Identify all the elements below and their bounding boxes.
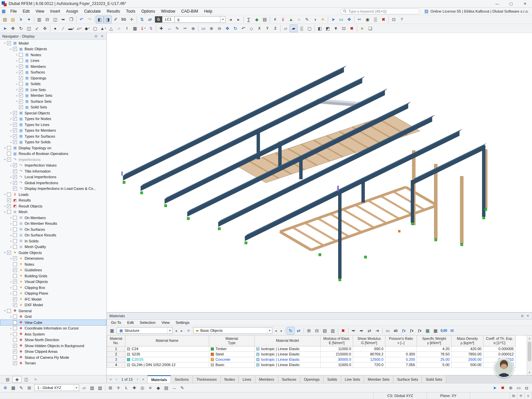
chevron-right-icon[interactable]: › — [9, 280, 13, 284]
open-model-button[interactable]: ▨ — [9, 16, 17, 23]
materials-menu-edit[interactable]: Edit — [124, 320, 137, 325]
tree-item-special-objects[interactable]: ›✓▦Special Objects — [0, 110, 106, 116]
menu-edit[interactable]: Edit — [20, 8, 33, 14]
divide-button[interactable]: ⊗ — [189, 25, 197, 32]
scale-object-button[interactable]: ✜ — [41, 25, 49, 32]
checkbox-member-sets[interactable]: ✓ — [19, 93, 23, 97]
cell-shear-g[interactable]: 690.0 — [353, 346, 385, 351]
formula-fx-button[interactable]: ƒx — [400, 327, 408, 334]
cell-modulus-e[interactable]: 210000.0 — [321, 351, 353, 357]
snap-status-icon[interactable]: ⊞ — [510, 392, 517, 399]
tree-item-types-for-nodes[interactable]: ›✓▦Types for Nodes — [0, 116, 106, 122]
tree-item-types-for-surfaces[interactable]: ›✓▦Types for Surfaces — [0, 133, 106, 139]
deselect-all-button[interactable]: ✖ — [499, 384, 507, 392]
chevron-down-icon[interactable]: ▾ — [80, 27, 82, 30]
printout-report-button[interactable]: ▥ — [35, 16, 43, 23]
table-view-button[interactable]: ▥ — [329, 327, 337, 334]
sync-model-selection-button[interactable]: ↻ — [287, 327, 295, 334]
cell-modulus-e[interactable]: 11000.0 — [321, 346, 353, 351]
chevron-right-icon[interactable]: › — [9, 181, 13, 185]
light-button[interactable]: ☀ — [319, 16, 327, 23]
insert-load-button[interactable]: ⇓▾ — [139, 25, 147, 32]
visibility-by-object-button[interactable]: ◩ — [324, 25, 332, 32]
tree-item-notes[interactable]: ›✦Notes — [0, 261, 106, 267]
formula-edit-button[interactable]: ƒx — [408, 327, 416, 334]
tab-materials[interactable]: Materials — [148, 375, 171, 383]
cell-material-model[interactable]: Isotropic | Linear Elastic — [255, 362, 321, 367]
project-object-button[interactable]: ➶ — [33, 25, 41, 32]
menu-calculate[interactable]: Calculate — [81, 8, 104, 14]
chevron-down-icon[interactable]: ▼ — [74, 385, 79, 391]
tree-item-on-surfaces[interactable]: ›⊞On Surfaces — [0, 226, 106, 232]
import-table-button[interactable]: ➥ — [349, 327, 357, 334]
checkbox-mesh[interactable] — [7, 210, 11, 214]
chevron-right-icon[interactable]: › — [9, 134, 13, 138]
cell-specific-weight[interactable]: 5.00 — [417, 362, 452, 367]
tab-surface-sets[interactable]: Surface Sets — [393, 375, 422, 383]
cell-material-name[interactable]: S235 — [125, 351, 209, 357]
polar-snap-button[interactable]: ◎ — [138, 384, 146, 392]
chevron-right-icon[interactable]: › — [9, 257, 13, 260]
tree-item-display-imperfections-in-load-cases-co[interactable]: ›✓↷Display Imperfections in Load Cases &… — [0, 186, 106, 192]
cell-material-type[interactable]: Timber — [209, 346, 255, 351]
checkbox-line-sets[interactable]: ✓ — [19, 88, 23, 92]
chevron-right-icon[interactable]: › — [9, 140, 13, 144]
cell-modulus-e[interactable]: 30000.0 — [321, 357, 353, 362]
clipping-box-button[interactable]: ⊡ — [340, 25, 348, 32]
checkbox-solids[interactable] — [19, 82, 23, 86]
chevron-right-icon[interactable]: › — [15, 94, 19, 97]
chevron-right-icon[interactable]: › — [9, 292, 13, 295]
cell-poisson[interactable]: 7.056 — [385, 362, 417, 367]
show-supports-button[interactable]: ▲ — [287, 16, 295, 23]
delete-table-contents-button[interactable]: ✖ — [339, 327, 347, 334]
section-button[interactable]: I — [123, 25, 131, 32]
menu-window[interactable]: Window — [158, 8, 178, 14]
coordinate-system-combo[interactable]: 1 - Global XYZ ▼ — [34, 384, 79, 391]
tree-item-surface-sets[interactable]: ›✓▦Surface Sets — [0, 98, 106, 104]
cell-mass-density[interactable]: 420.00 — [452, 346, 483, 351]
checkbox-types-for-nodes[interactable]: ✓ — [13, 117, 17, 121]
license-info[interactable]: ▤ Online License 55 | Eliška Kafková | D… — [424, 9, 529, 14]
search-input[interactable] — [348, 9, 417, 13]
chevron-right-icon[interactable]: › — [15, 65, 19, 68]
menu-options[interactable]: Options — [138, 8, 158, 14]
tree-item-imperfections[interactable]: ›✓↷Imperfections — [0, 157, 106, 163]
user-avatar[interactable] — [494, 358, 514, 378]
tree-item-show-hidden-objects-in-background[interactable]: ›✓❖Show Hidden Objects in Background — [0, 343, 106, 349]
maximize-button[interactable]: ▢ — [504, 0, 518, 7]
view-x-button[interactable]: X — [255, 25, 263, 32]
checkbox-clipping-box[interactable] — [13, 286, 17, 290]
clipping-section-button[interactable]: ✂ — [355, 16, 363, 23]
tree-item-surfaces[interactable]: ›✓▦Surfaces — [0, 69, 106, 75]
tree-item-model[interactable]: ›✓▦Model — [0, 40, 106, 46]
file-menu-icon[interactable]: ▦ — [0, 9, 7, 14]
scroll-up-icon[interactable]: ▲ — [527, 335, 532, 341]
tree-item-on-members[interactable]: ›⊞On Members — [0, 215, 106, 221]
dimension-display-button[interactable]: ↔ — [170, 384, 178, 392]
chevron-right-icon[interactable]: › — [9, 175, 13, 179]
chevron-down-icon[interactable]: › — [3, 309, 7, 313]
nav-tab-data[interactable]: ▤ — [3, 376, 12, 383]
transparent-render-button[interactable]: ▒ — [298, 25, 306, 32]
float-table-icon[interactable]: ⊡ — [519, 314, 525, 318]
isometric-view-button[interactable]: ◇ — [247, 25, 255, 32]
filter-objects-button[interactable]: ▼ — [332, 25, 340, 32]
checkbox-on-members[interactable] — [13, 216, 17, 220]
checkbox-title-information[interactable]: ✓ — [13, 169, 17, 173]
tree-item-dxf-model[interactable]: ›✓✦DXF Model — [0, 302, 106, 308]
snap-settings-button[interactable]: SG — [120, 16, 128, 23]
bim-connect-button[interactable]: b — [17, 16, 25, 23]
tree-item-clipping-box[interactable]: ›✦Clipping Box — [0, 285, 106, 291]
materials-panel-header[interactable]: Materials ⊡ ✕ — [107, 313, 532, 320]
fit-view-button[interactable]: ▭ — [515, 384, 523, 392]
tree-item-general[interactable]: ›❖General — [0, 308, 106, 314]
chevron-right-icon[interactable]: › — [15, 88, 19, 91]
work-plane-button[interactable]: ⊞ — [25, 384, 33, 392]
chevron-right-icon[interactable]: › — [9, 111, 13, 115]
chevron-down-icon[interactable]: › — [3, 210, 7, 214]
checkbox-local-imperfections[interactable]: ✓ — [13, 175, 17, 179]
tree-item-solids[interactable]: ›▦Solids — [0, 81, 106, 87]
tree-item-mesh-quality[interactable]: ›⊞Mesh Quality — [0, 244, 106, 250]
tree-item-results[interactable]: ›✓◩Results — [0, 198, 106, 203]
tree-item-members[interactable]: ›✓▦Members — [0, 64, 106, 69]
